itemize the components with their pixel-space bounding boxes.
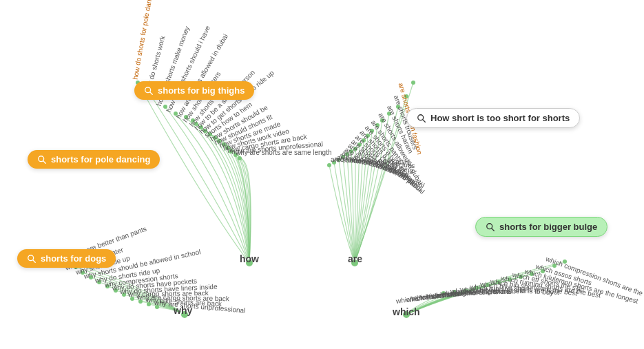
svg-point-33 bbox=[327, 163, 331, 167]
pill-too-short[interactable]: How short is too short for shorts bbox=[406, 108, 580, 128]
pill-bigger-bulge[interactable]: shorts for bigger bulge bbox=[475, 217, 607, 237]
pill-bigger-bulge-label: shorts for bigger bulge bbox=[499, 222, 597, 232]
search-icon bbox=[486, 222, 495, 232]
svg-line-69 bbox=[423, 119, 426, 122]
why-label: why bbox=[174, 305, 192, 316]
search-icon bbox=[417, 114, 426, 123]
mindmap-svg bbox=[0, 0, 644, 349]
mindmap-container: how do shorts for pole dancing how do sh… bbox=[0, 0, 644, 349]
how-label: how bbox=[240, 253, 259, 264]
search-icon bbox=[144, 86, 154, 96]
pill-pole-dancing[interactable]: shorts for pole dancing bbox=[28, 150, 160, 169]
svg-point-17 bbox=[411, 81, 415, 85]
svg-line-63 bbox=[43, 160, 46, 163]
are-label: are bbox=[348, 253, 362, 264]
svg-line-67 bbox=[33, 260, 36, 262]
search-icon bbox=[27, 254, 37, 264]
search-icon bbox=[37, 155, 47, 165]
pill-big-thighs[interactable]: shorts for big thighs bbox=[134, 81, 254, 100]
which-label: which bbox=[393, 306, 420, 317]
pill-dogs-label: shorts for dogs bbox=[41, 253, 106, 264]
pill-pole-dancing-label: shorts for pole dancing bbox=[51, 154, 150, 165]
how-text-17: why are shorts are same length bbox=[236, 149, 332, 156]
pill-dogs[interactable]: shorts for dogs bbox=[17, 249, 116, 268]
pill-too-short-label: How short is too short for shorts bbox=[430, 113, 570, 123]
svg-line-65 bbox=[150, 92, 153, 94]
svg-point-16 bbox=[238, 156, 242, 160]
pill-big-thighs-label: shorts for big thighs bbox=[158, 85, 245, 96]
svg-line-71 bbox=[492, 228, 495, 231]
